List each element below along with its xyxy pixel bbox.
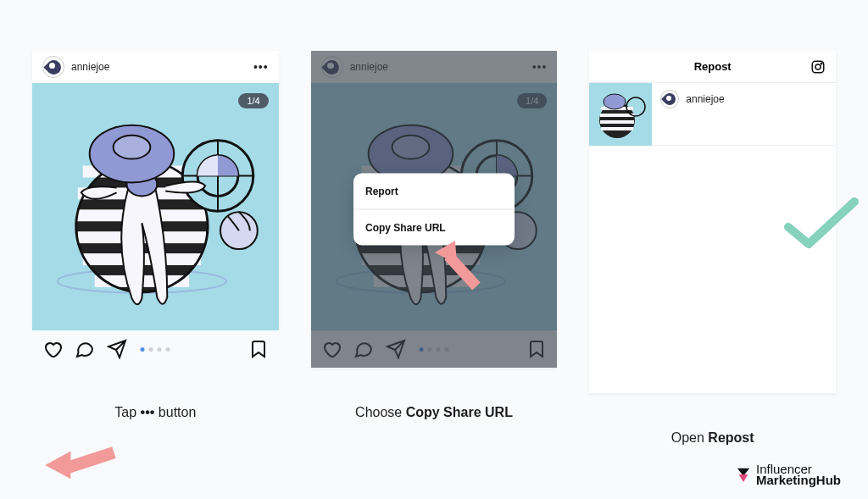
svg-rect-42 xyxy=(601,127,633,130)
carousel-counter: 1/4 xyxy=(238,93,268,108)
svg-marker-46 xyxy=(739,474,748,482)
post-card: anniejoe ••• xyxy=(32,51,279,330)
step-caption: Open Repost xyxy=(589,430,836,446)
illustration xyxy=(32,83,279,330)
panel-step-2: anniejoe ••• xyxy=(311,51,558,491)
username-label: anniejoe xyxy=(686,93,724,105)
comment-icon[interactable] xyxy=(75,339,95,359)
post-header: anniejoe ••• xyxy=(32,51,279,83)
repost-title: Repost xyxy=(694,60,732,73)
repost-list-item[interactable]: anniejoe xyxy=(589,83,836,146)
pointer-arrow xyxy=(430,237,498,297)
logo-text: Influencer MarketingHub xyxy=(756,463,841,488)
svg-rect-41 xyxy=(600,120,634,124)
action-sheet: Report Copy Share URL xyxy=(353,174,515,246)
post-thumbnail xyxy=(589,83,652,146)
svg-point-35 xyxy=(815,64,821,69)
more-options-button[interactable]: ••• xyxy=(253,60,269,74)
checkmark-icon xyxy=(783,195,860,256)
post-image[interactable]: 1/4 xyxy=(32,83,279,330)
instagram-icon[interactable] xyxy=(810,59,826,75)
svg-marker-16 xyxy=(43,447,75,480)
like-icon[interactable] xyxy=(42,339,63,359)
svg-point-36 xyxy=(821,63,822,64)
share-icon[interactable] xyxy=(107,339,127,359)
avatar xyxy=(660,90,679,108)
panel-step-1: anniejoe ••• xyxy=(32,51,279,491)
repost-header: Repost xyxy=(589,51,836,83)
username-label[interactable]: anniejoe xyxy=(71,61,109,73)
step-caption: Tap ••• button xyxy=(32,405,279,420)
step-caption: Choose Copy Share URL xyxy=(311,405,558,420)
post-actions xyxy=(32,330,279,368)
svg-point-15 xyxy=(114,136,151,159)
action-report[interactable]: Report xyxy=(353,174,515,209)
brand-logo: Influencer MarketingHub xyxy=(736,463,841,488)
repost-body xyxy=(589,146,836,393)
pointer-arrow xyxy=(32,417,125,491)
repost-item-meta: anniejoe xyxy=(652,83,732,115)
svg-point-44 xyxy=(604,94,626,109)
panel-step-3: Repost xyxy=(589,51,836,491)
logo-mark-icon xyxy=(736,467,751,482)
post-card: anniejoe ••• xyxy=(311,51,558,368)
bookmark-icon[interactable] xyxy=(248,339,269,359)
carousel-indicator xyxy=(141,347,170,352)
avatar[interactable] xyxy=(42,56,64,78)
